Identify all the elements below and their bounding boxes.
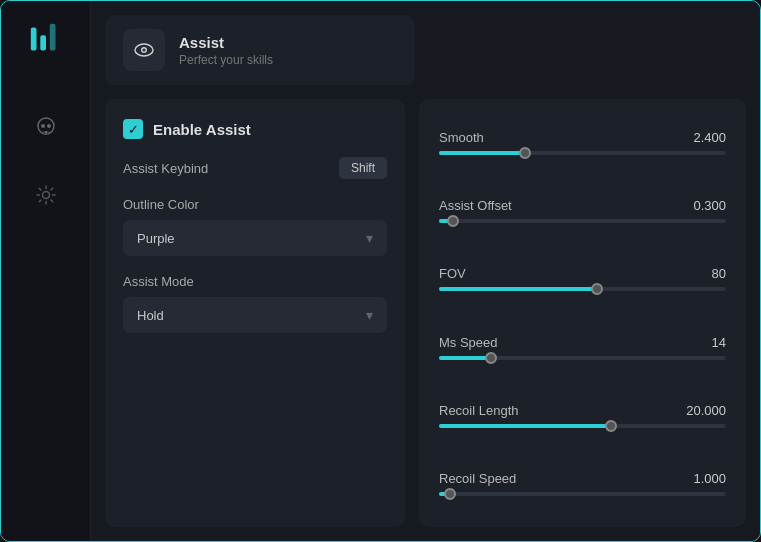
right-panel: Smooth2.400Assist Offset0.300FOV80Ms Spe…: [419, 99, 746, 527]
slider-value-2: 80: [712, 266, 726, 281]
slider-track-2[interactable]: [439, 287, 726, 291]
slider-header-1: Assist Offset0.300: [439, 198, 726, 213]
enable-checkbox[interactable]: ✓: [123, 119, 143, 139]
keybind-row: Assist Keybind Shift: [123, 157, 387, 179]
slider-track-5[interactable]: [439, 492, 726, 496]
assist-mode-value: Hold: [137, 308, 164, 323]
slider-name-4: Recoil Length: [439, 403, 519, 418]
eye-icon: [123, 29, 165, 71]
slider-value-3: 14: [712, 335, 726, 350]
slider-row-recoil-length: Recoil Length20.000: [439, 403, 726, 428]
svg-rect-1: [40, 35, 46, 50]
slider-header-3: Ms Speed14: [439, 335, 726, 350]
slider-header-0: Smooth2.400: [439, 130, 726, 145]
slider-row-assist-offset: Assist Offset0.300: [439, 198, 726, 223]
slider-row-fov: FOV80: [439, 266, 726, 291]
app-container: Assist Perfect your skills ✓ Enable Assi…: [0, 0, 761, 542]
sidebar-icons: [26, 107, 66, 215]
outline-color-select[interactable]: Purple ▾: [123, 220, 387, 256]
slider-thumb-0[interactable]: [519, 147, 531, 159]
svg-point-5: [47, 124, 51, 128]
slider-thumb-3[interactable]: [485, 352, 497, 364]
slider-thumb-1[interactable]: [447, 215, 459, 227]
keybind-badge[interactable]: Shift: [339, 157, 387, 179]
slider-thumb-5[interactable]: [444, 488, 456, 500]
assist-mode-select[interactable]: Hold ▾: [123, 297, 387, 333]
assist-mode-label: Assist Mode: [123, 274, 387, 289]
enable-label: Enable Assist: [153, 121, 251, 138]
slider-value-4: 20.000: [686, 403, 726, 418]
slider-header-4: Recoil Length20.000: [439, 403, 726, 418]
assist-mode-chevron: ▾: [366, 307, 373, 323]
enable-row: ✓ Enable Assist: [123, 119, 387, 139]
slider-value-5: 1.000: [693, 471, 726, 486]
header-text: Assist Perfect your skills: [179, 34, 273, 67]
svg-rect-2: [49, 24, 55, 51]
slider-track-4[interactable]: [439, 424, 726, 428]
slider-fill-0: [439, 151, 525, 155]
header-card: Assist Perfect your skills: [105, 15, 415, 85]
svg-point-4: [41, 124, 45, 128]
svg-rect-0: [30, 28, 36, 51]
slider-fill-3: [439, 356, 491, 360]
slider-name-5: Recoil Speed: [439, 471, 516, 486]
sidebar: [1, 1, 91, 541]
slider-row-smooth: Smooth2.400: [439, 130, 726, 155]
gear-icon[interactable]: [26, 175, 66, 215]
panels-row: ✓ Enable Assist Assist Keybind Shift Out…: [105, 99, 746, 527]
keybind-label: Assist Keybind: [123, 161, 208, 176]
slider-name-1: Assist Offset: [439, 198, 512, 213]
assist-mode-row: Assist Mode Hold ▾: [123, 274, 387, 333]
slider-row-recoil-speed: Recoil Speed1.000: [439, 471, 726, 496]
main-content: Assist Perfect your skills ✓ Enable Assi…: [91, 1, 760, 541]
slider-header-2: FOV80: [439, 266, 726, 281]
slider-thumb-2[interactable]: [591, 283, 603, 295]
left-panel: ✓ Enable Assist Assist Keybind Shift Out…: [105, 99, 405, 527]
slider-fill-4: [439, 424, 611, 428]
slider-track-1[interactable]: [439, 219, 726, 223]
svg-point-6: [42, 192, 49, 199]
header-subtitle: Perfect your skills: [179, 53, 273, 67]
slider-name-0: Smooth: [439, 130, 484, 145]
slider-header-5: Recoil Speed1.000: [439, 471, 726, 486]
slider-track-3[interactable]: [439, 356, 726, 360]
sidebar-logo[interactable]: [24, 17, 68, 61]
outline-color-value: Purple: [137, 231, 175, 246]
slider-row-ms-speed: Ms Speed14: [439, 335, 726, 360]
slider-fill-2: [439, 287, 597, 291]
outline-color-label: Outline Color: [123, 197, 387, 212]
slider-thumb-4[interactable]: [605, 420, 617, 432]
slider-track-0[interactable]: [439, 151, 726, 155]
header-title: Assist: [179, 34, 273, 51]
svg-point-9: [143, 49, 146, 52]
slider-value-0: 2.400: [693, 130, 726, 145]
slider-name-2: FOV: [439, 266, 466, 281]
outline-color-row: Outline Color Purple ▾: [123, 197, 387, 256]
slider-name-3: Ms Speed: [439, 335, 498, 350]
outline-color-chevron: ▾: [366, 230, 373, 246]
slider-value-1: 0.300: [693, 198, 726, 213]
skull-icon[interactable]: [26, 107, 66, 147]
